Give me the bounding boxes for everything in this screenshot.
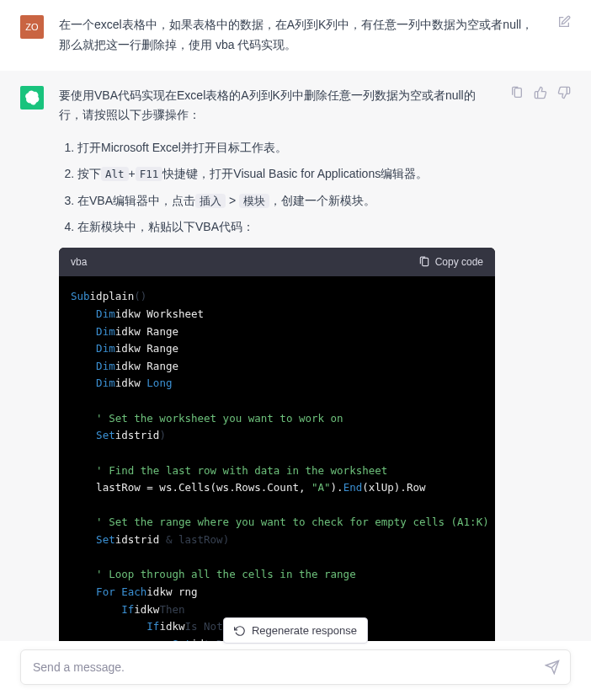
send-icon[interactable] [545,660,560,675]
assistant-content: 要使用VBA代码实现在Excel表格的A列到K列中删除任意一列数据为空或者nul… [59,86,495,641]
thumbs-down-icon[interactable] [557,86,571,99]
step-item: 按下Alt+F11快捷键，打开Visual Basic for Applicat… [77,163,495,184]
code-block: vba Copy code Subidplain() Dimidkw Works… [59,248,495,641]
refresh-icon [234,625,246,637]
step-item: 在新模块中，粘贴以下VBA代码： [77,216,495,238]
message-input[interactable] [33,660,533,674]
code-content[interactable]: Subidplain() Dimidkw Worksheet Dimidkw R… [59,276,495,641]
message-input-wrapper[interactable] [20,649,571,685]
assistant-avatar [20,86,44,110]
step-item: 打开Microsoft Excel并打开目标工作表。 [77,137,495,158]
copy-code-button[interactable]: Copy code [418,254,483,270]
inline-code: Alt [101,167,129,181]
assistant-intro: 要使用VBA代码实现在Excel表格的A列到K列中删除任意一列数据为空或者nul… [59,86,495,126]
svg-rect-0 [422,258,428,265]
step-item: 在VBA编辑器中，点击插入 > 模块，创建一个新模块。 [77,190,495,211]
user-message-text: 在一个excel表格中，如果表格中的数据，在A列到K列中，有任意一列中数据为空或… [59,15,542,56]
regenerate-button[interactable]: Regenerate response [223,617,368,644]
footer: Regenerate response [0,641,591,700]
inline-code: 插入 [195,194,226,208]
regenerate-label: Regenerate response [252,624,357,637]
thumbs-up-icon[interactable] [534,86,547,99]
avatar-initials: ZO [25,22,38,32]
code-lang-label: vba [71,254,87,270]
code-header: vba Copy code [59,248,495,276]
clipboard-icon[interactable] [510,86,524,99]
inline-code: F11 [136,167,163,181]
message-list: ZO 在一个excel表格中，如果表格中的数据，在A列到K列中，有任意一列中数据… [0,0,591,641]
copy-label: Copy code [435,254,483,270]
svg-rect-1 [514,88,521,97]
user-message: ZO 在一个excel表格中，如果表格中的数据，在A列到K列中，有任意一列中数据… [0,0,591,71]
inline-code: 模块 [239,194,269,208]
edit-icon[interactable] [557,15,571,29]
user-avatar: ZO [20,15,44,39]
clipboard-icon [418,256,430,268]
steps-list: 打开Microsoft Excel并打开目标工作表。 按下Alt+F11快捷键，… [59,137,495,238]
assistant-message: 要使用VBA代码实现在Excel表格的A列到K列中删除任意一列数据为空或者nul… [0,71,591,641]
